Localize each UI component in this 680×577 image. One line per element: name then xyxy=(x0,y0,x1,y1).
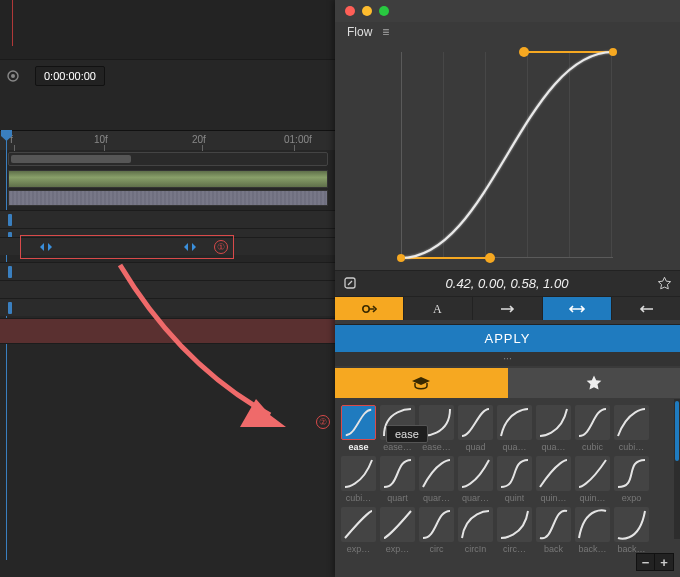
easing-preset[interactable]: back xyxy=(536,507,571,554)
preset-label: circ… xyxy=(503,544,526,554)
flow-panel: Flow ≡ 0.42, 0.00, 0.58, 1.00 A xyxy=(335,0,680,577)
record-icon[interactable] xyxy=(7,70,19,82)
easing-preset[interactable]: circ xyxy=(419,507,454,554)
bezier-values-row: 0.42, 0.00, 0.58, 1.00 xyxy=(335,270,680,296)
preset-label: exp… xyxy=(347,544,371,554)
preset-label: circ xyxy=(430,544,444,554)
preset-thumb xyxy=(458,456,493,491)
playhead[interactable] xyxy=(6,130,7,560)
preset-thumb xyxy=(458,507,493,542)
preset-label: quin… xyxy=(579,493,605,503)
preset-label: circIn xyxy=(465,544,487,554)
ruler-label: 20f xyxy=(192,134,206,145)
control-point-2[interactable] xyxy=(519,47,529,57)
library-scrollbar[interactable] xyxy=(674,399,680,539)
preset-thumb xyxy=(536,405,571,440)
preset-label: cubi… xyxy=(346,493,372,503)
panel-menubar: Flow ≡ xyxy=(335,22,680,42)
audio-waveform xyxy=(8,190,328,206)
preset-label: expo xyxy=(622,493,642,503)
work-area-bar[interactable] xyxy=(8,170,328,188)
easing-preset[interactable]: back… xyxy=(575,507,610,554)
favorite-icon[interactable] xyxy=(657,276,672,291)
mode-arrow-both-button[interactable] xyxy=(543,297,612,320)
easing-preset[interactable]: ease xyxy=(341,405,376,452)
easing-preset[interactable]: quad xyxy=(458,405,493,452)
zoom-icon[interactable] xyxy=(379,6,389,16)
layer-bar[interactable] xyxy=(0,318,335,344)
preset-label: quin… xyxy=(540,493,566,503)
preset-thumb xyxy=(575,456,610,491)
row-marker-icon xyxy=(8,266,12,278)
svg-point-1 xyxy=(11,74,15,78)
easing-preset[interactable]: quar… xyxy=(419,456,454,503)
bezier-values-text[interactable]: 0.42, 0.00, 0.58, 1.00 xyxy=(367,276,647,291)
easing-preset[interactable]: qua… xyxy=(536,405,571,452)
preset-thumb xyxy=(536,507,571,542)
preset-label: cubic xyxy=(582,442,603,452)
zoom-out-button[interactable]: − xyxy=(637,554,655,570)
easing-preset[interactable]: circIn xyxy=(458,507,493,554)
keyframe-row[interactable] xyxy=(0,210,335,228)
preset-thumb xyxy=(497,507,532,542)
easing-preset[interactable]: quar… xyxy=(458,456,493,503)
mode-arrow-left-button[interactable] xyxy=(612,297,680,320)
preset-label: exp… xyxy=(386,544,410,554)
mode-arrow-right-button[interactable] xyxy=(473,297,542,320)
preset-thumb xyxy=(341,405,376,440)
preset-thumb xyxy=(419,456,454,491)
keyframe-row[interactable] xyxy=(0,280,335,298)
keyframe-row[interactable] xyxy=(0,262,335,280)
keyframe-ease-icon[interactable] xyxy=(184,241,196,253)
minimize-icon[interactable] xyxy=(362,6,372,16)
easing-preset[interactable]: cubic xyxy=(575,405,610,452)
easing-preset[interactable]: exp… xyxy=(380,507,415,554)
library-tab-favorites[interactable] xyxy=(508,368,681,398)
keyframe-ease-icon[interactable] xyxy=(40,241,52,253)
link-icon[interactable] xyxy=(343,276,357,292)
bezier-curve-canvas[interactable] xyxy=(335,42,680,270)
easing-preset[interactable]: quint xyxy=(497,456,532,503)
easing-preset[interactable]: cubi… xyxy=(614,405,649,452)
easing-preset[interactable]: ease… xyxy=(380,405,415,452)
easing-preset[interactable]: qua… xyxy=(497,405,532,452)
curve-anchor-start[interactable] xyxy=(397,254,405,262)
easing-preset[interactable]: exp… xyxy=(341,507,376,554)
current-timecode[interactable]: 0:00:00:00 xyxy=(35,66,105,86)
star-icon xyxy=(585,374,603,392)
keyframe-row[interactable] xyxy=(0,298,335,316)
easing-preset[interactable]: ease… xyxy=(419,405,454,452)
preset-thumb xyxy=(497,456,532,491)
easing-preset[interactable]: quin… xyxy=(575,456,610,503)
library-tab-presets[interactable] xyxy=(335,368,508,398)
preset-thumb xyxy=(614,405,649,440)
easing-preset[interactable]: quin… xyxy=(536,456,571,503)
easing-preset[interactable]: quart xyxy=(380,456,415,503)
zoom-in-button[interactable]: + xyxy=(655,554,673,570)
preset-label: quint xyxy=(505,493,525,503)
preset-thumb xyxy=(575,405,610,440)
preset-thumb xyxy=(614,507,649,542)
preset-thumb xyxy=(575,507,610,542)
bezier-editor[interactable] xyxy=(335,42,680,270)
window-titlebar[interactable] xyxy=(335,0,680,22)
preset-thumb xyxy=(536,456,571,491)
timeline-scrollbar[interactable] xyxy=(8,152,328,166)
curve-anchor-end[interactable] xyxy=(609,48,617,56)
apply-button[interactable]: APPLY xyxy=(335,324,680,352)
mode-keyframe-button[interactable] xyxy=(335,297,404,320)
control-point-1[interactable] xyxy=(485,253,495,263)
easing-preset[interactable]: expo xyxy=(614,456,649,503)
close-icon[interactable] xyxy=(345,6,355,16)
preset-thumb xyxy=(341,507,376,542)
preset-thumb xyxy=(419,405,454,440)
ruler-label: 01:00f xyxy=(284,134,312,145)
time-ruler[interactable]: f 10f 20f 01:00f xyxy=(0,130,340,150)
easing-preset[interactable]: circ… xyxy=(497,507,532,554)
keyframe-row-selected[interactable] xyxy=(0,237,335,255)
easing-preset[interactable]: cubi… xyxy=(341,456,376,503)
hamburger-icon[interactable]: ≡ xyxy=(382,25,389,39)
mode-text-button[interactable]: A xyxy=(404,297,473,320)
preset-thumb xyxy=(419,507,454,542)
easing-preset[interactable]: back… xyxy=(614,507,649,554)
